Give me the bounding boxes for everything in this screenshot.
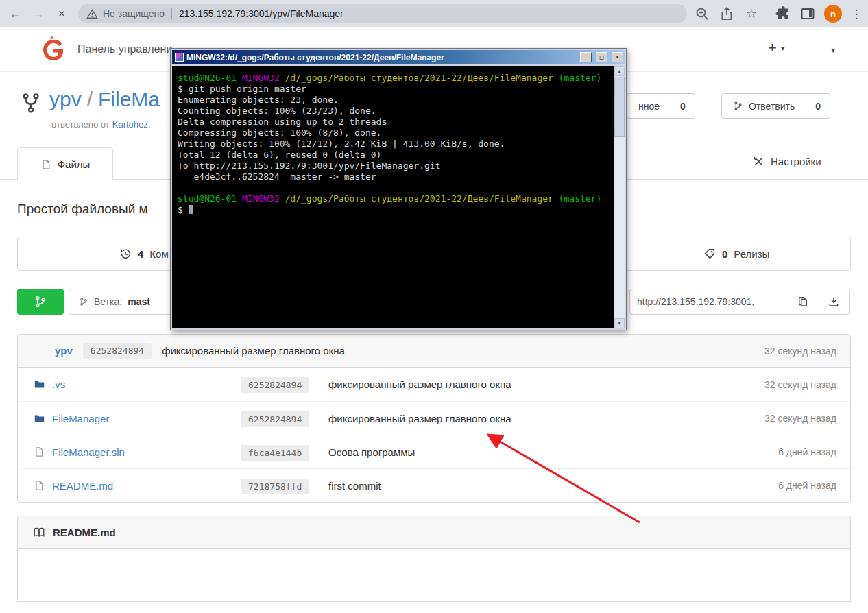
commit-time: 32 секунд назад <box>764 346 836 357</box>
branch-icon <box>34 295 47 309</box>
tab-settings-label: Настройки <box>771 156 821 167</box>
releases-label: Релизы <box>734 248 769 260</box>
readme-section: README.md <box>17 516 851 602</box>
commit-sha-badge[interactable]: 7218758ffd <box>241 479 309 494</box>
terminal-title: MINGW32:/d/_gogs/Работы студентов/2021-2… <box>186 53 576 62</box>
stop-icon: × <box>58 7 66 21</box>
file-name-link[interactable]: FileManager <box>52 413 109 424</box>
commit-time: 32 секунд назад <box>764 379 836 390</box>
create-new-button[interactable]: + ▾ <box>768 40 785 56</box>
repo-title-separator: / <box>87 88 93 110</box>
minimize-button[interactable]: _ <box>580 52 592 62</box>
profile-avatar[interactable]: n <box>824 5 842 23</box>
table-row: FileManager.slnf6ca4e144bОсова программы… <box>18 435 850 468</box>
download-button[interactable] <box>818 289 850 315</box>
file-rows: .vs6252824894фиксированный размер главно… <box>18 368 850 502</box>
commit-time: 6 дней назад <box>778 446 836 457</box>
browser-menu-icon[interactable]: ⋮ <box>850 7 863 21</box>
repo-title: ypv/FileMa <box>49 88 160 111</box>
tab-files[interactable]: Файлы <box>17 147 113 180</box>
maximize-button[interactable]: □ <box>596 52 607 62</box>
screen: ← → × Не защищено 213.155.192.79:3001/yp… <box>0 0 868 613</box>
security-label: Не защищено <box>103 8 165 19</box>
releases-count: 0 <box>722 248 727 260</box>
history-icon <box>119 248 132 260</box>
readme-header: README.md <box>17 516 851 549</box>
copy-icon <box>797 296 809 308</box>
readme-body <box>17 549 851 602</box>
gogs-logo-icon[interactable] <box>40 34 67 64</box>
repo-name-link[interactable]: FileMa <box>98 88 160 110</box>
user-menu-caret-icon[interactable]: ▾ <box>831 45 835 55</box>
browser-toolbar: ← → × Не защищено 213.155.192.79:3001/yp… <box>0 0 868 27</box>
forked-from-label: ответвлено от <box>51 119 110 130</box>
commit-sha-badge[interactable]: 6252824894 <box>241 411 309 427</box>
dashboard-link[interactable]: Панель управлени <box>77 43 172 56</box>
close-button[interactable]: × <box>612 52 623 62</box>
scroll-up-icon[interactable]: ▲ <box>614 66 625 76</box>
file-name-link[interactable]: FileManager.sln <box>52 446 125 458</box>
table-row: .vs6252824894фиксированный размер главно… <box>18 368 850 401</box>
branch-selector[interactable]: Ветка: mast <box>69 289 180 315</box>
repo-fork-icon <box>21 92 41 117</box>
file-icon <box>34 480 45 492</box>
commit-sha-badge[interactable]: 6252824894 <box>83 343 152 359</box>
fork-button-label: Ответвить <box>749 101 795 112</box>
commits-label: Ком <box>149 248 168 260</box>
commit-time: 6 дней назад <box>778 480 836 491</box>
not-secure-warning-icon <box>86 8 98 20</box>
commit-message-link[interactable]: фиксированный размер главного окна <box>328 378 511 390</box>
zoom-icon[interactable] <box>694 5 710 22</box>
commit-sha-badge[interactable]: f6ca4e144b <box>241 445 309 461</box>
download-icon <box>828 296 840 308</box>
table-row: FileManager6252824894фиксированный разме… <box>18 401 850 435</box>
commit-sha-badge[interactable]: 6252824894 <box>241 377 309 393</box>
fork-count[interactable]: 0 <box>806 93 830 119</box>
address-bar[interactable]: Не защищено 213.155.192.79:3001/ypv/File… <box>78 4 687 23</box>
file-name-link[interactable]: .vs <box>52 378 65 390</box>
forked-from-link[interactable]: Kartohez, <box>112 119 151 130</box>
mingw-icon <box>175 53 184 62</box>
commit-message-link[interactable]: фиксированный размер главного окна <box>162 345 345 357</box>
clone-url-input[interactable] <box>629 289 788 315</box>
commit-message-link[interactable]: Осова программы <box>328 446 415 458</box>
chevron-down-icon: ▾ <box>781 43 785 53</box>
terminal-cursor <box>189 205 193 214</box>
scroll-down-icon[interactable]: ▼ <box>614 318 625 328</box>
readme-title: README.md <box>53 527 116 538</box>
star-button-label: нное <box>638 101 660 112</box>
terminal-scrollbar[interactable]: ▲ ▼ <box>614 66 625 328</box>
file-icon <box>40 159 51 170</box>
back-button[interactable]: ← <box>5 4 25 23</box>
commit-message-link[interactable]: фиксированный размер главного окна <box>328 413 511 424</box>
commit-author-link[interactable]: ypv <box>55 345 73 357</box>
toolbar-icons: ☆ n ⋮ <box>694 5 863 23</box>
stop-button[interactable]: × <box>52 4 71 23</box>
terminal-titlebar[interactable]: MINGW32:/d/_gogs/Работы студентов/2021-2… <box>172 50 625 64</box>
address-divider <box>171 8 172 19</box>
commits-stat[interactable]: 4 Ком <box>119 237 169 270</box>
commit-time: 32 секунд назад <box>764 413 836 424</box>
bookmark-star-icon[interactable]: ☆ <box>743 5 760 22</box>
releases-stat[interactable]: 0 Релизы <box>703 237 769 270</box>
terminal-body: stud@N26-01 MINGW32 /d/_gogs/Работы студ… <box>172 66 625 328</box>
fork-button[interactable]: Ответвить 0 <box>721 93 830 119</box>
scrollbar-thumb[interactable] <box>614 77 625 137</box>
repo-description: Простой файловый м <box>17 202 148 217</box>
page-url: 213.155.192.79:3001/ypv/FileManager <box>179 8 343 19</box>
tag-icon <box>703 248 716 260</box>
commit-message-link[interactable]: first commit <box>328 480 381 492</box>
forward-button[interactable]: → <box>29 4 48 23</box>
copy-url-button[interactable] <box>787 289 819 315</box>
back-icon: ← <box>9 7 21 21</box>
star-button[interactable]: нное 0 <box>627 93 695 119</box>
extensions-puzzle-icon[interactable] <box>775 5 791 22</box>
side-panel-icon[interactable] <box>799 5 816 22</box>
latest-commit-row: ypv 6252824894 фиксированный размер глав… <box>18 335 850 368</box>
share-icon[interactable] <box>719 5 735 22</box>
file-name-link[interactable]: README.md <box>52 480 113 492</box>
compare-branch-button[interactable] <box>17 289 64 315</box>
star-count[interactable]: 0 <box>671 93 695 119</box>
repo-owner-link[interactable]: ypv <box>49 88 82 110</box>
tab-settings[interactable]: Настройки <box>753 156 821 167</box>
